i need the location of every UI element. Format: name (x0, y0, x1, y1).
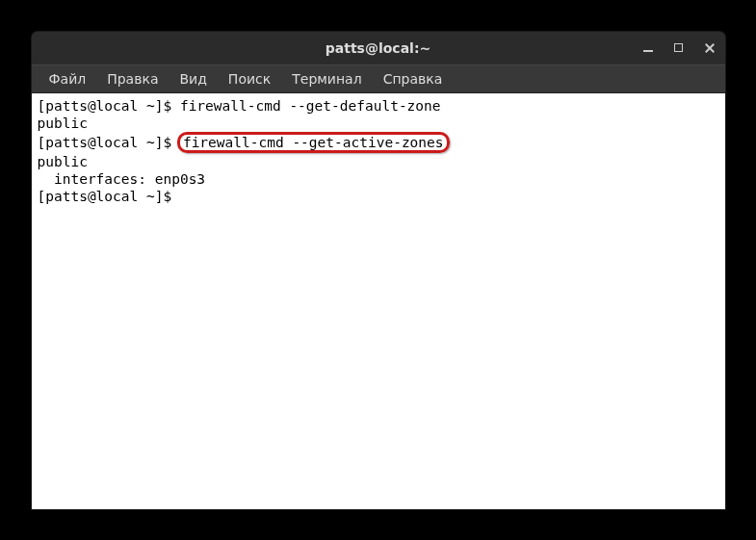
menu-file[interactable]: Файл (39, 67, 96, 90)
minimize-icon (643, 50, 653, 52)
term-line-2: [patts@local ~]$ firewall-cmd --get-acti… (38, 132, 719, 153)
term-output-1: public (38, 115, 719, 132)
close-icon (704, 42, 716, 54)
term-final-prompt: [patts@local ~]$ (38, 188, 719, 205)
term-output-2a: public (38, 153, 719, 170)
command-text: firewall-cmd --get-default-zone (180, 98, 441, 114)
menu-edit[interactable]: Правка (97, 67, 168, 90)
highlighted-command: firewall-cmd --get-active-zones (177, 132, 450, 153)
term-output-2b: interfaces: enp0s3 (38, 170, 719, 188)
menu-help[interactable]: Справка (374, 67, 453, 90)
maximize-button[interactable] (669, 39, 689, 58)
menu-view[interactable]: Вид (169, 67, 216, 90)
minimize-button[interactable] (639, 39, 658, 58)
maximize-icon (674, 43, 683, 52)
terminal-body[interactable]: [patts@local ~]$ firewall-cmd --get-defa… (32, 93, 725, 509)
term-line-1: [patts@local ~]$ firewall-cmd --get-defa… (38, 97, 719, 115)
prompt: [patts@local ~]$ (38, 135, 180, 150)
menu-terminal[interactable]: Терминал (282, 67, 371, 90)
menu-search[interactable]: Поиск (219, 67, 280, 90)
terminal-window: patts@local:~ Файл Правка Вид Поиск Терм… (32, 32, 725, 509)
prompt: [patts@local ~]$ (38, 98, 180, 114)
menubar: Файл Правка Вид Поиск Терминал Справка (32, 64, 725, 93)
window-title: patts@local:~ (326, 40, 430, 56)
close-button[interactable] (700, 39, 719, 58)
titlebar[interactable]: patts@local:~ (32, 32, 725, 64)
window-controls (639, 32, 719, 64)
